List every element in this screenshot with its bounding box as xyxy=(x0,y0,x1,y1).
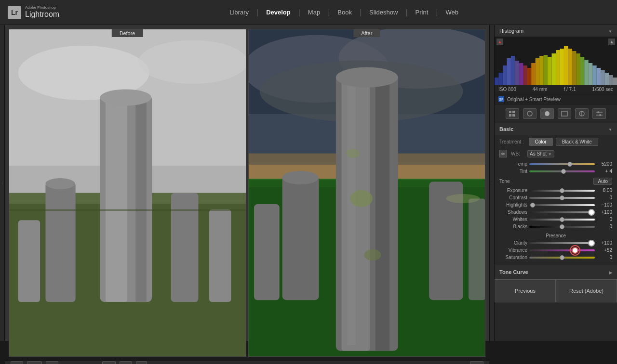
after-image-panel: After xyxy=(248,29,486,357)
exposure-label: Exposure xyxy=(499,188,527,193)
wb-eyedropper-tool[interactable]: ✏ xyxy=(499,150,507,157)
previous-button[interactable]: Previous xyxy=(495,279,556,302)
temp-slider[interactable] xyxy=(529,163,595,165)
color-treatment-button[interactable]: Color xyxy=(529,138,553,146)
clarity-thumb[interactable] xyxy=(588,240,595,247)
auto-tone-button[interactable]: Auto xyxy=(593,178,612,185)
whites-thumb[interactable] xyxy=(560,217,564,222)
svg-rect-45 xyxy=(515,61,519,85)
view-circle-icon[interactable] xyxy=(523,108,537,119)
whites-slider[interactable] xyxy=(529,219,595,221)
lightroom-label: Lightroom xyxy=(25,10,59,19)
svg-rect-61 xyxy=(580,57,584,85)
bottom-toolbar: ⊞ YY Before & After : → ⇄ ↕ ▼ xyxy=(5,361,489,364)
svg-rect-59 xyxy=(572,51,576,85)
svg-point-9 xyxy=(100,90,151,106)
bw-treatment-button[interactable]: Black & White xyxy=(556,138,598,146)
nav-map[interactable]: Map xyxy=(300,6,328,19)
histogram-section: Histogram xyxy=(495,25,617,104)
shadows-slider[interactable] xyxy=(529,211,595,213)
right-expand-handle[interactable]: ··· xyxy=(489,25,494,341)
highlights-thumb[interactable] xyxy=(530,203,535,208)
ba-swap-button[interactable]: ⇄ xyxy=(120,361,132,364)
grid-view-button[interactable]: ⊞ xyxy=(11,361,23,364)
aperture-value: f / 7.1 xyxy=(563,87,576,92)
svg-rect-40 xyxy=(495,78,498,85)
blacks-label: Blacks xyxy=(499,224,527,229)
nav-links: Library | Develop | Map | Book | Slidesh… xyxy=(222,6,466,19)
before-scene-svg xyxy=(9,29,246,356)
tint-slider[interactable] xyxy=(529,170,595,172)
wb-value: As Shot xyxy=(530,151,547,156)
app-logo: Lr Adobe Photoshop Lightroom xyxy=(8,6,59,19)
exposure-thumb[interactable] xyxy=(560,188,564,193)
tone-curve-expand-icon xyxy=(609,269,612,275)
svg-point-35 xyxy=(282,171,318,184)
left-panel[interactable]: ··· xyxy=(0,25,5,341)
view-grid-icon[interactable] xyxy=(506,108,519,119)
ba-copy-from-button[interactable]: ↕ xyxy=(136,361,147,364)
saturation-thumb[interactable] xyxy=(560,255,564,260)
view-split-circle-icon[interactable] xyxy=(575,108,589,119)
right-panel: Histogram xyxy=(494,25,617,341)
exposure-slider-row: Exposure 0.00 xyxy=(499,188,612,193)
temp-label: Temp xyxy=(499,161,527,167)
contrast-slider[interactable] xyxy=(529,197,595,199)
svg-rect-29 xyxy=(347,86,356,345)
blacks-thumb[interactable] xyxy=(560,224,564,229)
saturation-slider[interactable] xyxy=(529,257,595,259)
wb-dropdown[interactable]: As Shot xyxy=(527,150,554,157)
blacks-slider-row: Blacks 0 xyxy=(499,224,612,229)
vibrance-label: Vibrance xyxy=(499,247,527,253)
clarity-value: +100 xyxy=(597,240,612,246)
saturation-slider-row: Saturation 0 xyxy=(499,255,612,260)
svg-rect-36 xyxy=(254,204,279,300)
highlights-label: Highlights xyxy=(499,202,527,208)
view-mode-button[interactable]: YY xyxy=(27,361,42,364)
svg-rect-50 xyxy=(536,58,539,85)
basic-section-header[interactable]: Basic xyxy=(495,123,617,135)
clarity-slider[interactable] xyxy=(529,242,595,244)
reset-button[interactable]: Reset (Adobe) xyxy=(556,279,617,302)
ba-copy-settings-button[interactable]: → xyxy=(102,361,116,364)
view-filled-circle-icon[interactable] xyxy=(540,108,554,119)
svg-point-75 xyxy=(545,111,550,116)
tint-thumb[interactable] xyxy=(561,169,566,174)
nav-slideshow[interactable]: Slideshow xyxy=(362,6,405,19)
presence-label: Presence xyxy=(499,233,612,238)
histogram-header[interactable]: Histogram xyxy=(495,25,617,37)
view-mode-dropdown[interactable] xyxy=(46,361,58,364)
nav-web[interactable]: Web xyxy=(438,6,466,19)
svg-rect-46 xyxy=(519,63,523,85)
shadows-value: +100 xyxy=(597,209,612,215)
temp-thumb[interactable] xyxy=(567,162,572,167)
view-sliders-icon[interactable] xyxy=(592,108,606,119)
exposure-slider[interactable] xyxy=(529,190,595,192)
nav-print[interactable]: Print xyxy=(408,6,436,19)
svg-rect-42 xyxy=(503,65,507,85)
svg-rect-72 xyxy=(509,114,511,117)
top-navigation: Lr Adobe Photoshop Lightroom Library | D… xyxy=(0,0,617,25)
scroll-down-button[interactable]: ▼ xyxy=(470,361,483,364)
nav-book[interactable]: Book xyxy=(330,6,360,19)
contrast-thumb[interactable] xyxy=(560,195,564,200)
nav-library[interactable]: Library xyxy=(222,6,256,19)
highlight-clip-indicator[interactable]: ▲ xyxy=(608,39,615,45)
highlights-slider[interactable] xyxy=(529,204,595,206)
blacks-slider[interactable] xyxy=(529,226,595,228)
histogram-meta: ISO 800 44 mm f / 7.1 1/500 sec xyxy=(495,85,617,94)
vibrance-slider-row: Vibrance +52 xyxy=(499,247,612,253)
nav-develop[interactable]: Develop xyxy=(258,6,298,19)
center-area: Before xyxy=(5,25,489,341)
vibrance-slider[interactable] xyxy=(529,249,595,251)
smart-preview-label: Original + Smart Preview xyxy=(507,97,561,102)
shadows-thumb[interactable] xyxy=(588,209,595,216)
shadows-label: Shadows xyxy=(499,209,527,215)
basic-expand-icon xyxy=(608,126,612,132)
tone-curve-header[interactable]: Tone Curve xyxy=(495,265,617,279)
view-square-icon[interactable] xyxy=(558,108,571,119)
vibrance-thumb[interactable] xyxy=(572,247,578,254)
smart-preview-icon: SP xyxy=(498,96,504,102)
basic-panel-content: Treatment : Color Black & White ✏ WB: As… xyxy=(495,135,617,265)
shadow-clip-indicator[interactable]: ▲ xyxy=(496,39,503,45)
